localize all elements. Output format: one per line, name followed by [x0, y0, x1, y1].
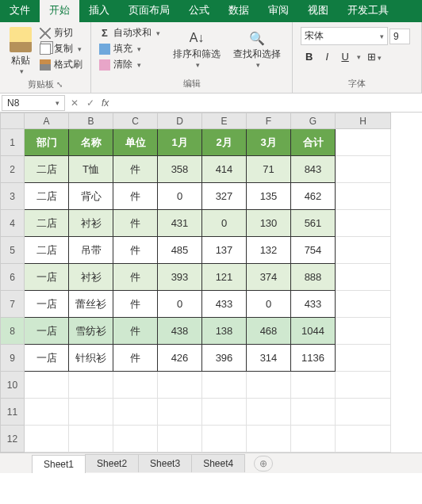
- enter-formula-button[interactable]: ✓: [82, 97, 98, 109]
- cell[interactable]: 部门: [25, 129, 69, 156]
- cell[interactable]: [336, 183, 391, 210]
- cell[interactable]: 0: [158, 183, 202, 210]
- cell[interactable]: 433: [291, 291, 336, 318]
- cell[interactable]: 414: [202, 156, 247, 183]
- cell[interactable]: 背心: [69, 183, 113, 210]
- cell[interactable]: 130: [247, 210, 291, 237]
- cell[interactable]: [158, 372, 202, 399]
- cell[interactable]: 1136: [291, 345, 336, 372]
- cell[interactable]: 888: [291, 264, 336, 291]
- cell[interactable]: 件: [113, 156, 158, 183]
- col-header[interactable]: B: [69, 113, 113, 129]
- clear-button[interactable]: 清除▾: [98, 57, 162, 72]
- cell[interactable]: [247, 399, 291, 426]
- cell[interactable]: 561: [291, 210, 336, 237]
- font-size-select[interactable]: 9: [389, 29, 410, 44]
- menu-tab-文件[interactable]: 文件: [0, 0, 40, 22]
- row-header[interactable]: 4: [1, 210, 25, 237]
- cell[interactable]: 件: [113, 237, 158, 264]
- cell[interactable]: 138: [202, 318, 247, 345]
- sheet-tab[interactable]: Sheet3: [138, 454, 192, 472]
- cell[interactable]: 一店: [25, 318, 69, 345]
- cell[interactable]: [336, 237, 391, 264]
- cell[interactable]: [336, 399, 391, 426]
- col-header[interactable]: A: [25, 113, 69, 129]
- bold-button[interactable]: B: [301, 48, 317, 65]
- cell[interactable]: 二店: [25, 183, 69, 210]
- cell[interactable]: 二店: [25, 210, 69, 237]
- cell[interactable]: 针织衫: [69, 345, 113, 372]
- cell[interactable]: 二店: [25, 237, 69, 264]
- row-header[interactable]: 2: [1, 156, 25, 183]
- cell[interactable]: [336, 210, 391, 237]
- cell[interactable]: [336, 129, 391, 156]
- cell[interactable]: [69, 399, 113, 426]
- cell[interactable]: [336, 291, 391, 318]
- cell[interactable]: 一店: [25, 345, 69, 372]
- menu-tab-视图[interactable]: 视图: [298, 0, 338, 22]
- row-header[interactable]: 10: [1, 372, 25, 399]
- cell[interactable]: [336, 156, 391, 183]
- cell[interactable]: 314: [247, 345, 291, 372]
- cell[interactable]: [202, 372, 247, 399]
- cell[interactable]: 单位: [113, 129, 158, 156]
- cell[interactable]: [291, 399, 336, 426]
- cell[interactable]: 3月: [247, 129, 291, 156]
- cell[interactable]: 137: [202, 237, 247, 264]
- cell[interactable]: 0: [247, 291, 291, 318]
- cell[interactable]: [25, 399, 69, 426]
- cell[interactable]: 1044: [291, 318, 336, 345]
- cell[interactable]: 蕾丝衫: [69, 291, 113, 318]
- cell[interactable]: 0: [202, 210, 247, 237]
- find-select-button[interactable]: 🔍 查找和选择▾: [230, 27, 284, 71]
- cell[interactable]: 0: [158, 291, 202, 318]
- menu-tab-审阅[interactable]: 审阅: [259, 0, 298, 22]
- cell[interactable]: 135: [247, 183, 291, 210]
- row-header[interactable]: 12: [1, 426, 25, 452]
- worksheet[interactable]: ABCDEFGH1部门名称单位1月2月3月合计2二店T恤件35841471843…: [0, 113, 422, 452]
- cell[interactable]: [336, 345, 391, 372]
- cell[interactable]: [202, 426, 247, 452]
- cell[interactable]: 件: [113, 264, 158, 291]
- cell[interactable]: 名称: [69, 129, 113, 156]
- cell[interactable]: 121: [202, 264, 247, 291]
- cell[interactable]: 433: [202, 291, 247, 318]
- row-header[interactable]: 6: [1, 264, 25, 291]
- cell[interactable]: 485: [158, 237, 202, 264]
- menu-tab-开始[interactable]: 开始: [40, 0, 79, 22]
- dialog-launcher-icon[interactable]: ⤡: [56, 80, 63, 89]
- cell[interactable]: [69, 426, 113, 452]
- col-header[interactable]: D: [158, 113, 202, 129]
- paste-button[interactable]: 粘贴 ▾: [6, 25, 35, 77]
- fill-button[interactable]: 填充▾: [98, 41, 162, 56]
- menu-tab-公式[interactable]: 公式: [179, 0, 219, 22]
- cell[interactable]: 462: [291, 183, 336, 210]
- cell[interactable]: [202, 399, 247, 426]
- cell[interactable]: [291, 426, 336, 452]
- cell[interactable]: [113, 372, 158, 399]
- sheet-tab[interactable]: Sheet2: [85, 454, 139, 472]
- cell[interactable]: 衬衫: [69, 264, 113, 291]
- font-name-select[interactable]: 宋体▾: [301, 27, 388, 45]
- row-header[interactable]: 11: [1, 399, 25, 426]
- cell[interactable]: 71: [247, 156, 291, 183]
- cell[interactable]: 438: [158, 318, 202, 345]
- cell[interactable]: [247, 426, 291, 452]
- menu-tab-插入[interactable]: 插入: [79, 0, 119, 22]
- sort-filter-button[interactable]: A↓ 排序和筛选▾: [170, 27, 224, 71]
- row-header[interactable]: 1: [1, 129, 25, 156]
- format-brush-button[interactable]: 格式刷: [38, 57, 84, 72]
- cell[interactable]: T恤: [69, 156, 113, 183]
- cell[interactable]: 393: [158, 264, 202, 291]
- cell[interactable]: 1月: [158, 129, 202, 156]
- sheet-tab[interactable]: Sheet4: [191, 454, 245, 472]
- cell[interactable]: 327: [202, 183, 247, 210]
- underline-button[interactable]: U: [336, 48, 353, 65]
- cell[interactable]: [158, 399, 202, 426]
- cell[interactable]: 二店: [25, 156, 69, 183]
- italic-button[interactable]: I: [319, 48, 335, 65]
- cell[interactable]: 一店: [25, 264, 69, 291]
- fx-icon[interactable]: fx: [98, 97, 112, 109]
- cell[interactable]: 件: [113, 318, 158, 345]
- cell[interactable]: [247, 372, 291, 399]
